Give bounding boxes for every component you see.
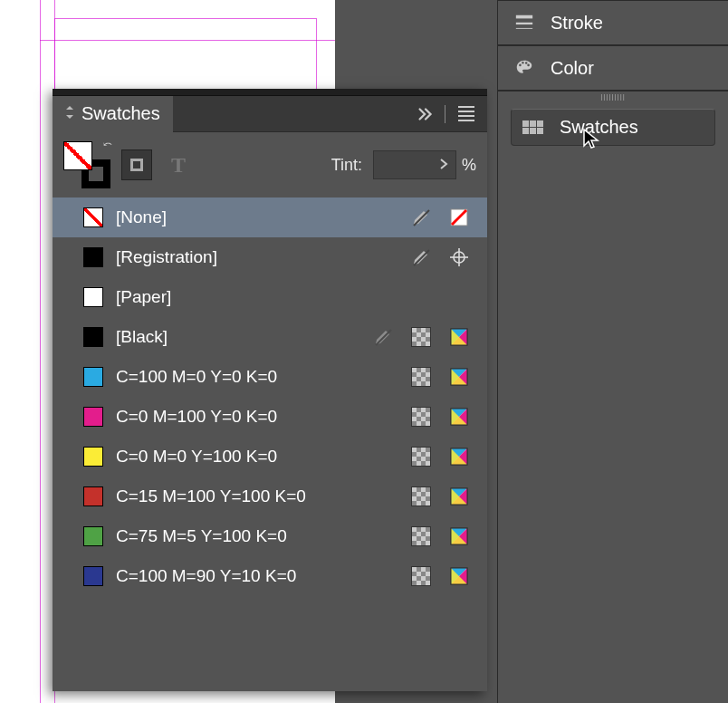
swatch-chip xyxy=(83,566,103,586)
swatches-panel-label: Swatches xyxy=(560,117,638,138)
swatch-name: [None] xyxy=(116,207,411,227)
reorder-icon xyxy=(65,106,74,121)
swatch-row[interactable]: C=75 M=5 Y=100 K=0 xyxy=(53,516,487,556)
fill-stroke-proxy[interactable]: ⤺ xyxy=(63,141,110,188)
color-panel-label: Color xyxy=(551,58,594,79)
swatch-badges xyxy=(411,207,469,227)
swatch-name: C=100 M=0 Y=0 K=0 xyxy=(116,367,411,387)
swatch-chip xyxy=(83,407,103,427)
global-color-icon xyxy=(411,566,431,586)
tint-label: Tint: xyxy=(331,156,362,175)
swatches-panel-button[interactable]: Swatches xyxy=(511,109,715,146)
color-panel-button[interactable]: Color xyxy=(498,45,728,91)
swatch-chip xyxy=(83,526,103,546)
right-dock: Stroke Color ||||||||| Swatches xyxy=(497,0,728,703)
cmyk-icon xyxy=(449,327,469,347)
swatch-name: C=75 M=5 Y=100 K=0 xyxy=(116,526,411,546)
chevron-right-icon[interactable] xyxy=(439,158,448,173)
tab-label: Swatches xyxy=(81,103,160,124)
swatch-chip xyxy=(83,486,103,506)
cmyk-icon xyxy=(449,566,469,586)
swatch-badges xyxy=(411,247,469,267)
swatch-row[interactable]: C=0 M=0 Y=100 K=0 xyxy=(53,437,487,477)
swatch-row[interactable]: C=100 M=90 Y=10 K=0 xyxy=(53,556,487,596)
stroke-icon xyxy=(514,13,534,33)
global-color-icon xyxy=(411,407,431,427)
swatch-badges xyxy=(411,407,469,427)
swatch-row[interactable]: C=0 M=100 Y=0 K=0 xyxy=(53,397,487,437)
panel-menu-icon[interactable] xyxy=(455,102,478,125)
not-editable-icon xyxy=(411,207,431,227)
tint-input[interactable] xyxy=(373,150,456,179)
swatch-chip xyxy=(83,287,103,307)
cmyk-icon xyxy=(449,526,469,546)
swatch-name: C=15 M=100 Y=100 K=0 xyxy=(116,486,411,506)
swatch-name: [Paper] xyxy=(116,287,469,307)
tab-swatches[interactable]: Swatches xyxy=(53,96,173,132)
swatches-panel: Swatches ⤺ T Tint: xyxy=(53,89,487,691)
stroke-panel-label: Stroke xyxy=(551,13,603,34)
swatch-row[interactable]: C=100 M=0 Y=0 K=0 xyxy=(53,357,487,397)
global-color-icon xyxy=(411,526,431,546)
swatch-row[interactable]: [Paper] xyxy=(53,277,487,317)
swatch-row[interactable]: [Black] xyxy=(53,317,487,357)
swatch-badges xyxy=(411,566,469,586)
collapse-icon[interactable] xyxy=(416,104,436,124)
swatch-name: [Registration] xyxy=(116,247,411,267)
swatch-chip xyxy=(83,247,103,267)
cmyk-icon xyxy=(449,447,469,467)
swatch-name: [Black] xyxy=(116,327,373,347)
text-icon: T xyxy=(171,153,186,178)
swatch-badges xyxy=(411,486,469,506)
swatch-chip xyxy=(83,367,103,387)
panel-tabbar: Swatches xyxy=(53,96,487,132)
swatch-badges xyxy=(411,367,469,387)
formatting-text-button[interactable]: T xyxy=(163,149,194,180)
swatch-chip xyxy=(83,327,103,347)
cmyk-icon xyxy=(449,367,469,387)
vertical-guide xyxy=(40,0,41,703)
swatch-badges xyxy=(411,447,469,467)
mode-none-icon xyxy=(449,207,469,227)
swatch-badges xyxy=(411,526,469,546)
registration-icon xyxy=(449,247,469,267)
fill-proxy[interactable] xyxy=(63,141,92,170)
swatch-row[interactable]: [None] xyxy=(53,197,487,237)
swatch-row[interactable]: C=15 M=100 Y=100 K=0 xyxy=(53,477,487,516)
swatches-icon xyxy=(522,120,543,134)
tint-unit: % xyxy=(462,156,476,175)
global-color-icon xyxy=(411,367,431,387)
not-editable-icon xyxy=(373,327,393,347)
global-color-icon xyxy=(411,327,431,347)
swatch-chip xyxy=(83,447,103,467)
cmyk-icon xyxy=(449,407,469,427)
separator xyxy=(445,105,445,123)
global-color-icon xyxy=(411,447,431,467)
cmyk-icon xyxy=(449,486,469,506)
swatch-name: C=0 M=100 Y=0 K=0 xyxy=(116,407,411,427)
swatch-name: C=100 M=90 Y=10 K=0 xyxy=(116,566,411,586)
formatting-container-button[interactable] xyxy=(121,149,152,180)
swatches-toolbar: ⤺ T Tint: % xyxy=(53,132,487,197)
swatch-badges xyxy=(373,327,469,347)
swatch-name: C=0 M=0 Y=100 K=0 xyxy=(116,447,411,467)
square-outline-icon xyxy=(130,159,143,171)
swatch-chip xyxy=(83,207,103,227)
global-color-icon xyxy=(411,486,431,506)
stroke-panel-button[interactable]: Stroke xyxy=(498,0,728,45)
swap-fill-stroke-icon[interactable]: ⤺ xyxy=(103,138,112,150)
palette-icon xyxy=(514,58,534,78)
swatch-row[interactable]: [Registration] xyxy=(53,237,487,277)
panel-grip[interactable]: ||||||||| xyxy=(498,91,728,101)
swatch-list[interactable]: [None][Registration][Paper][Black]C=100 … xyxy=(53,197,487,691)
not-editable-icon xyxy=(411,247,431,267)
tint-field[interactable]: % xyxy=(373,150,476,179)
